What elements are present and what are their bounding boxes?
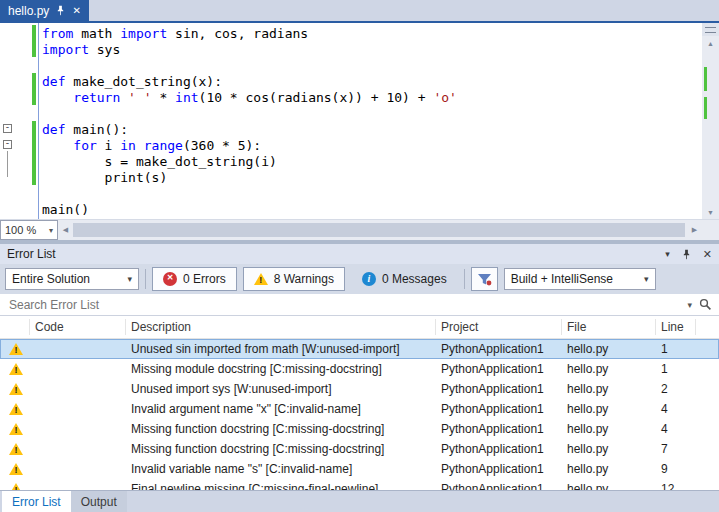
errors-filter-button[interactable]: 0 Errors — [152, 267, 237, 291]
window-position-chevron-icon[interactable]: ▾ — [665, 249, 670, 259]
error-row[interactable]: Invalid variable name "s" [C:invalid-nam… — [0, 459, 719, 479]
change-tracking-bar — [32, 169, 36, 185]
collapse-toggle-icon[interactable]: - — [3, 124, 12, 133]
cell-file: hello.py — [562, 382, 656, 396]
source-selector[interactable]: Build + IntelliSense ▾ — [504, 268, 656, 290]
error-row[interactable]: Missing function docstring [C:missing-do… — [0, 439, 719, 459]
column-project[interactable]: Project — [436, 319, 562, 335]
code-text: s = make_dot_string(i) — [42, 154, 277, 169]
warning-icon — [9, 343, 23, 355]
error-list-toolbar: Entire Solution ▾ 0 Errors 8 Warnings 0 … — [0, 264, 719, 294]
cell-file: hello.py — [562, 402, 656, 416]
pin-icon[interactable] — [55, 5, 66, 16]
warning-icon — [9, 423, 23, 435]
scroll-down-arrow[interactable]: ▼ — [702, 205, 719, 219]
column-line[interactable]: Line — [656, 319, 696, 335]
error-list-panel: Error List ▾ ✕ Entire Solution ▾ 0 Error… — [0, 244, 719, 490]
scroll-up-arrow[interactable]: ▲ — [702, 36, 719, 50]
code-editor[interactable]: from math import sin, cos, radiansimport… — [0, 23, 702, 219]
horizontal-scroll-thumb[interactable] — [73, 223, 685, 237]
warning-icon — [9, 463, 23, 475]
search-input[interactable] — [7, 297, 680, 313]
info-icon — [362, 272, 376, 286]
cell-line: 4 — [656, 402, 696, 416]
error-row[interactable]: Unused import sys [W:unused-import]Pytho… — [0, 379, 719, 399]
change-tracking-bar — [32, 153, 36, 169]
vertical-scroll-track[interactable] — [702, 50, 719, 205]
column-filter-button[interactable] — [471, 267, 498, 291]
panel-title: Error List — [7, 247, 56, 261]
change-tracking-bar — [32, 121, 36, 137]
code-line: -def main(): — [0, 121, 702, 137]
code-line — [0, 57, 702, 73]
zoom-selector[interactable]: 100 % ▾ — [0, 220, 58, 240]
search-icon[interactable] — [699, 298, 712, 311]
cell-file: hello.py — [562, 462, 656, 476]
scope-selector-value: Entire Solution — [12, 272, 90, 286]
cell-line: 9 — [656, 462, 696, 476]
cell-file: hello.py — [562, 342, 656, 356]
scroll-left-arrow[interactable]: ◀ — [58, 220, 73, 240]
cell-description: Unused sin imported from math [W:unused-… — [126, 342, 436, 356]
cell-line: 1 — [656, 342, 696, 356]
toolbar-separator — [464, 269, 465, 289]
code-line: print(s) — [0, 169, 702, 185]
cell-line: 2 — [656, 382, 696, 396]
column-severity[interactable] — [0, 319, 30, 335]
document-tab-bar: hello.py ✕ — [0, 0, 719, 23]
warning-icon — [9, 443, 23, 455]
tab-error-list[interactable]: Error List — [2, 491, 71, 512]
code-text: return ' ' * int(10 * cos(radians(x)) + … — [42, 90, 457, 105]
change-mark — [704, 67, 707, 91]
cell-description: Missing function docstring [C:missing-do… — [126, 442, 436, 456]
code-area: from math import sin, cos, radiansimport… — [0, 23, 702, 217]
tab-hello-py[interactable]: hello.py ✕ — [0, 0, 89, 21]
vertical-scrollbar[interactable]: ▲ ▼ — [702, 23, 719, 219]
cell-description: Unused import sys [W:unused-import] — [126, 382, 436, 396]
column-description[interactable]: Description — [126, 319, 436, 335]
tab-output[interactable]: Output — [71, 491, 127, 512]
change-tracking-bar — [32, 25, 36, 41]
change-tracking-bar — [32, 89, 36, 105]
toolbar-separator — [145, 269, 146, 289]
scope-selector[interactable]: Entire Solution ▾ — [5, 268, 139, 290]
tab-title: hello.py — [8, 4, 49, 18]
close-icon[interactable]: ✕ — [703, 248, 712, 261]
error-row[interactable]: Missing module docstring [C:missing-docs… — [0, 359, 719, 379]
error-row[interactable]: Missing function docstring [C:missing-do… — [0, 419, 719, 439]
cell-file: hello.py — [562, 362, 656, 376]
chevron-down-icon: ▾ — [49, 226, 53, 235]
error-list-title-bar[interactable]: Error List ▾ ✕ — [0, 244, 719, 264]
warning-icon — [254, 273, 268, 285]
collapse-toggle-icon[interactable]: - — [3, 140, 12, 149]
code-line — [0, 185, 702, 201]
editor-split-handle[interactable] — [702, 23, 719, 36]
messages-filter-button[interactable]: 0 Messages — [351, 267, 458, 291]
code-line — [0, 105, 702, 121]
chevron-down-icon: ▾ — [127, 274, 132, 284]
cell-description: Invalid variable name "s" [C:invalid-nam… — [126, 462, 436, 476]
warnings-filter-label: 8 Warnings — [274, 272, 334, 286]
cell-description: Invalid argument name "x" [C:invalid-nam… — [126, 402, 436, 416]
source-selector-value: Build + IntelliSense — [511, 272, 613, 286]
cell-line: 4 — [656, 422, 696, 436]
errors-filter-label: 0 Errors — [183, 272, 226, 286]
code-line: s = make_dot_string(i) — [0, 153, 702, 169]
column-code[interactable]: Code — [30, 319, 126, 335]
close-icon[interactable]: ✕ — [72, 6, 80, 16]
warnings-filter-button[interactable]: 8 Warnings — [243, 267, 345, 291]
messages-filter-label: 0 Messages — [382, 272, 447, 286]
pin-icon[interactable] — [681, 249, 692, 260]
code-text: main() — [42, 202, 89, 217]
error-row[interactable]: Invalid argument name "x" [C:invalid-nam… — [0, 399, 719, 419]
error-icon — [163, 272, 177, 286]
cell-file: hello.py — [562, 422, 656, 436]
search-options-chevron-icon[interactable]: ▾ — [687, 300, 692, 310]
cell-project: PythonApplication1 — [436, 422, 562, 436]
scroll-right-arrow[interactable]: ▶ — [687, 220, 702, 240]
error-row[interactable]: Unused sin imported from math [W:unused-… — [0, 339, 719, 359]
code-line: import sys — [0, 41, 702, 57]
column-file[interactable]: File — [562, 319, 656, 335]
chevron-down-icon: ▾ — [644, 274, 649, 284]
cell-project: PythonApplication1 — [436, 462, 562, 476]
